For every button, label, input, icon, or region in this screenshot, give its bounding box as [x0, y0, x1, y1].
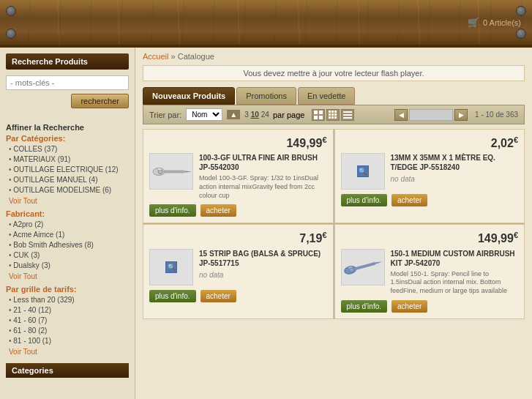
svg-rect-12 [334, 116, 337, 119]
plus-info-button[interactable]: plus d'info. [149, 290, 196, 302]
screw-top-right [516, 6, 526, 16]
acheter-button[interactable]: acheter [201, 204, 236, 217]
nav-arrows: ◀ ▶ [394, 109, 468, 121]
header-content: 🛒 0 Article(s) [11, 17, 521, 28]
grid-view-button[interactable] [312, 109, 325, 121]
list-item[interactable]: 81 - 100 (1) [9, 336, 129, 346]
product-desc: no data [391, 174, 519, 184]
svg-rect-22 [354, 262, 376, 271]
product-image-area: 100-3-GF ULTRA FINE AIR BRUSH JP-5542030… [149, 153, 327, 200]
nav-prev-button[interactable]: ◀ [394, 109, 408, 121]
per-page-3[interactable]: 3 [244, 111, 249, 119]
zoom-badge: 🔍 [165, 261, 177, 273]
voir-tout-categories[interactable]: Voir Tout [9, 197, 129, 205]
search-button[interactable]: rechercher [71, 94, 129, 108]
categories-label: Par Catégories: [6, 134, 129, 143]
product-desc: Model 100-3-GF. Spray: 1/32 to 1insDual … [199, 174, 327, 200]
list-item[interactable]: 41 - 60 (7) [9, 316, 129, 326]
svg-rect-6 [334, 111, 337, 113]
grid-view-button-2[interactable] [326, 109, 340, 121]
tarifs-label: Par grille de tarifs: [6, 285, 129, 294]
tarifs-list: Less than 20 (329) 21 - 40 (12) 41 - 60 … [9, 295, 129, 346]
list-item[interactable]: 61 - 80 (2) [9, 326, 129, 336]
product-price: 149,99€ [341, 231, 519, 245]
categories-bottom-bar: Categories [6, 363, 129, 378]
svg-rect-11 [331, 116, 334, 119]
list-item[interactable]: Less than 20 (329) [9, 295, 129, 305]
svg-rect-20 [157, 168, 162, 170]
product-actions: plus d'info. acheter [341, 194, 519, 206]
sort-asc-button[interactable]: ▲ [227, 110, 240, 119]
product-title: 150-1 MEDIUM CUSTOM AIRBRUSH KIT JP-5420… [391, 249, 519, 268]
breadcrumb-home[interactable]: Accueil [143, 52, 168, 61]
cart-text: 0 Article(s) [483, 18, 521, 27]
product-card: 149,99€ 100-3-GF ULTRA FINE AIR BRUS [143, 129, 334, 223]
zoom-badge: 🔍 [357, 165, 369, 177]
fabricant-list: A2pro (2) Acme Aimce (1) Bob Smith Adhes… [9, 220, 129, 271]
fabricant-label: Fabricant: [6, 209, 129, 218]
per-page-10[interactable]: 10 [251, 111, 259, 119]
product-price: 149,99€ [149, 135, 327, 150]
per-page-label: par page [273, 111, 304, 119]
sort-label: Trier par: [149, 111, 181, 119]
acheter-button[interactable]: acheter [201, 290, 236, 302]
plus-info-button[interactable]: plus d'info. [341, 194, 388, 206]
per-page-24[interactable]: 24 [261, 111, 269, 119]
list-item[interactable]: 21 - 40 (12) [9, 305, 129, 316]
svg-rect-9 [334, 113, 337, 116]
product-image: 🔍 [149, 249, 193, 286]
nav-next-button[interactable]: ▶ [454, 109, 468, 121]
product-image-area: 🔍 13MM X 35MM X 1 MÈTRE EQ. T/EDGE JP-55… [341, 153, 519, 190]
list-item[interactable]: Bob Smith Adhesives (8) [9, 240, 129, 250]
sort-select[interactable]: Nom [186, 108, 222, 121]
voir-tout-fabricants[interactable]: Voir Tout [9, 272, 129, 280]
svg-rect-10 [329, 116, 331, 119]
list-item[interactable]: A2pro (2) [9, 220, 129, 230]
product-image-area: 150-1 MEDIUM CUSTOM AIRBRUSH KIT JP-5420… [341, 249, 519, 296]
acheter-button[interactable]: acheter [391, 194, 427, 206]
tab-nouveaux-produits[interactable]: Nouveaux Produits [143, 87, 235, 105]
product-title: 100-3-GF ULTRA FINE AIR BRUSH JP-5542030 [199, 153, 327, 172]
svg-marker-23 [375, 261, 382, 264]
plus-info-button[interactable]: plus d'info. [341, 300, 388, 313]
svg-rect-1 [319, 111, 323, 114]
sidebar-title: Recherche Produits [6, 53, 129, 70]
airbrush-image [151, 155, 192, 188]
page-info: 1 - 10 de 363 [475, 111, 518, 119]
product-image-area: 🔍 15 STRIP BAG (BALSA & SPRUCE) JP-55177… [149, 249, 327, 286]
product-info: 13MM X 35MM X 1 MÈTRE EQ. T/EDGE JP-5518… [391, 153, 519, 190]
plus-info-button[interactable]: plus d'info. [149, 204, 196, 217]
list-item[interactable]: OUTILLAGE ELECTRIQUE (12) [9, 165, 129, 175]
svg-rect-0 [314, 111, 318, 114]
tab-promotions[interactable]: Promotions [236, 87, 296, 105]
header: 🛒 0 Article(s) [0, 0, 532, 48]
flash-notice: Vous devez mettre à jour votre lecteur f… [143, 65, 525, 81]
screw-bottom-left [6, 29, 16, 39]
list-item[interactable]: COLLES (37) [9, 144, 129, 154]
breadcrumb: Accueil » Catalogue [143, 52, 525, 61]
breadcrumb-separator: » [171, 52, 176, 61]
product-info: 150-1 MEDIUM CUSTOM AIRBRUSH KIT JP-5420… [391, 249, 519, 296]
product-image [149, 153, 193, 190]
list-item[interactable]: MATERIAUX (91) [9, 154, 129, 165]
svg-rect-3 [319, 116, 323, 119]
list-item[interactable]: OUTILLAGE MODELISME (6) [9, 185, 129, 195]
cart-area[interactable]: 🛒 0 Article(s) [468, 17, 521, 28]
product-actions: plus d'info. acheter [341, 300, 519, 313]
product-price: 7,19€ [149, 231, 327, 245]
product-actions: plus d'info. acheter [149, 290, 327, 302]
list-item[interactable]: OUTILLAGE MANUEL (4) [9, 175, 129, 185]
list-item[interactable]: CUK (3) [9, 250, 129, 261]
list-item[interactable]: Dualsky (3) [9, 261, 129, 271]
tab-en-vedette[interactable]: En vedette [298, 87, 356, 105]
search-input[interactable] [6, 75, 129, 90]
svg-rect-8 [331, 113, 334, 116]
list-item[interactable]: Acme Aimce (1) [9, 230, 129, 240]
svg-rect-17 [163, 170, 185, 173]
product-card: 149,99€ [334, 224, 525, 318]
voir-tout-tarifs[interactable]: Voir Tout [9, 348, 129, 356]
svg-rect-5 [331, 111, 334, 113]
list-view-button[interactable] [341, 109, 354, 121]
product-price: 2,02€ [341, 135, 519, 150]
acheter-button[interactable]: acheter [391, 300, 427, 313]
